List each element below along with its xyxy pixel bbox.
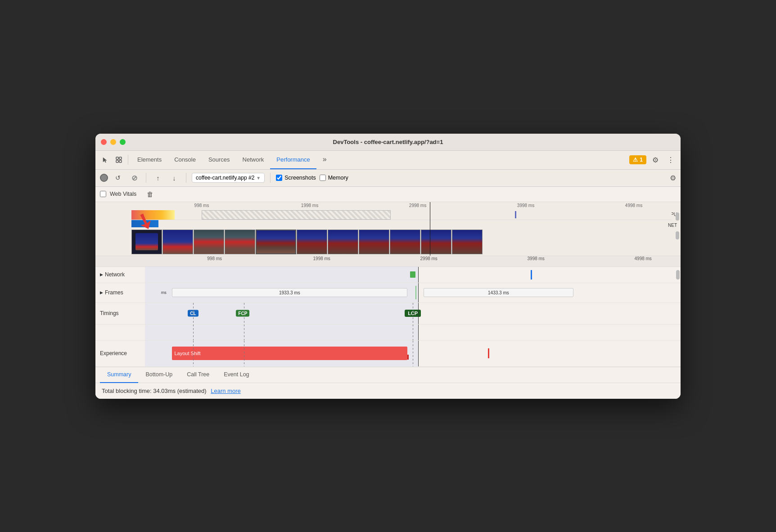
time-mark-3: 3998 ms (517, 203, 534, 208)
frames-track-label: ▶ Frames (95, 289, 145, 296)
divider-4 (270, 173, 271, 183)
maximize-button[interactable] (120, 139, 126, 145)
exp-notch (407, 355, 409, 360)
divider-1 (128, 155, 128, 165)
screenshot-thumb-5[interactable] (297, 230, 327, 254)
network-expand-icon[interactable]: ▶ (100, 272, 103, 277)
minimize-button[interactable] (110, 139, 116, 145)
experience-track-content: Layout Shift (145, 341, 681, 366)
inspect-button[interactable] (113, 153, 125, 166)
window-title: DevTools - coffee-cart.netlify.app/?ad=1 (333, 139, 443, 145)
frames-ms-label: ms (161, 290, 167, 295)
sub-cursor (418, 325, 419, 340)
memory-checkbox-label[interactable]: Memory (320, 175, 348, 181)
screenshot-thumb-3[interactable] (225, 230, 255, 254)
sub-track-content (145, 325, 681, 340)
sub-selected-region (145, 325, 418, 340)
frames-expand-icon[interactable]: ▶ (100, 290, 103, 295)
webvitals-checkbox[interactable] (100, 191, 106, 197)
screenshot-thumb-7[interactable] (359, 230, 389, 254)
screenshot-thumb-2[interactable] (194, 230, 224, 254)
net-area (131, 220, 672, 227)
tracks-container: 998 ms 1998 ms 2998 ms 3998 ms 4998 ms ▶… (95, 256, 681, 367)
perf-settings-icon[interactable]: ⚙ (670, 174, 676, 182)
exp-lcp-dashed (413, 341, 413, 366)
sub-lcp-dashed (413, 325, 413, 340)
striped-region (202, 210, 391, 220)
badge-count: 1 (640, 157, 643, 163)
memory-label: Memory (328, 175, 348, 181)
record-bar: ↺ ⊘ ↑ ↓ coffee-cart.netlify.app #2 ▼ Scr… (95, 170, 681, 187)
tab-network[interactable]: Network (236, 150, 271, 169)
upload-button[interactable]: ↑ (152, 171, 164, 184)
tab-summary[interactable]: Summary (100, 367, 138, 383)
svg-rect-3 (119, 160, 122, 162)
sub-cl-dashed (193, 325, 194, 340)
layout-shift-label: Layout Shift (175, 351, 201, 356)
frames-bar-1: 1933.3 ms (172, 288, 408, 297)
more-menu-button[interactable]: ⋮ (664, 153, 677, 166)
detail-time-mark-2: 2998 ms (420, 256, 438, 261)
time-mark-0: 998 ms (194, 203, 209, 208)
fcp-dashed-line (244, 303, 244, 324)
exp-cursor (418, 341, 419, 366)
close-button[interactable] (101, 139, 107, 145)
screenshot-thumb-6[interactable] (328, 230, 358, 254)
reload-button[interactable]: ↺ (112, 171, 124, 184)
timeline-cursor-line (430, 202, 430, 256)
timings-sub-track (95, 325, 681, 341)
screenshots-checkbox-label[interactable]: Screenshots (276, 175, 316, 181)
stop-button[interactable]: ⊘ (128, 171, 140, 184)
tab-bottom-up[interactable]: Bottom-Up (138, 367, 180, 383)
tab-more[interactable]: » (316, 150, 333, 169)
screenshot-thumb-10[interactable] (452, 230, 483, 254)
time-mark-1: 1998 ms (301, 203, 318, 208)
devtools-window: DevTools - coffee-cart.netlify.app/?ad=1… (95, 134, 681, 399)
tab-performance[interactable]: Performance (270, 150, 316, 169)
timeline-overview: 998 ms 1998 ms 2998 ms 3998 ms 4998 ms C… (95, 202, 681, 256)
screenshot-thumb-lcp[interactable] (256, 230, 296, 254)
main-toolbar: Elements Console Sources Network Perform… (95, 151, 681, 170)
record-button[interactable] (100, 174, 108, 182)
tab-elements[interactable]: Elements (131, 150, 168, 169)
settings-button[interactable]: ⚙ (649, 153, 662, 166)
screenshots-checkbox[interactable] (276, 175, 282, 181)
learn-more-link[interactable]: Learn more (211, 388, 240, 394)
layout-shift-bar: Layout Shift (172, 347, 408, 360)
screenshot-thumb-1[interactable] (162, 230, 193, 254)
memory-checkbox[interactable] (320, 175, 326, 181)
frames-cursor-bar (415, 286, 416, 299)
network-bar-green (410, 271, 415, 278)
tab-sources[interactable]: Sources (202, 150, 236, 169)
clear-recording-button[interactable]: 🗑 (144, 188, 156, 200)
experience-track-label: Experience (95, 350, 145, 356)
network-cursor (418, 267, 419, 283)
scrollbar-bottom[interactable] (676, 231, 679, 239)
lcp-dashed-line (413, 303, 413, 324)
network-label-text: Network (105, 271, 125, 278)
url-selector[interactable]: coffee-cart.netlify.app #2 ▼ (192, 173, 265, 183)
download-button[interactable]: ↓ (168, 171, 180, 184)
network-scrollbar[interactable] (676, 270, 680, 280)
toolbar-right: ⚠ 1 ⚙ ⋮ (629, 153, 677, 166)
detail-time-mark-4: 4998 ms (635, 256, 652, 261)
url-text: coffee-cart.netlify.app #2 (196, 175, 254, 181)
cursor-tool-button[interactable] (99, 153, 112, 166)
time-ruler-detail: 998 ms 1998 ms 2998 ms 3998 ms 4998 ms (95, 256, 681, 267)
warning-icon: ⚠ (633, 157, 638, 163)
screenshots-label: Screenshots (284, 175, 316, 181)
tab-console[interactable]: Console (168, 150, 202, 169)
scrollbar-top[interactable] (676, 212, 679, 221)
screenshot-thumb-0[interactable] (131, 230, 162, 254)
screenshot-thumb-9[interactable] (421, 230, 451, 254)
tab-event-log[interactable]: Event Log (217, 367, 256, 383)
webvitals-label: Web Vitals (110, 191, 136, 197)
exp-fcp-dashed (244, 341, 244, 366)
divider-2 (146, 173, 146, 183)
time-mark-2: 2998 ms (409, 203, 426, 208)
screenshot-thumb-8[interactable] (390, 230, 420, 254)
timings-track: Timings CL FCP LCP (95, 303, 681, 325)
frames-label-text: Frames (105, 289, 123, 296)
tab-call-tree[interactable]: Call Tree (180, 367, 217, 383)
issue-badge-button[interactable]: ⚠ 1 (629, 155, 646, 164)
